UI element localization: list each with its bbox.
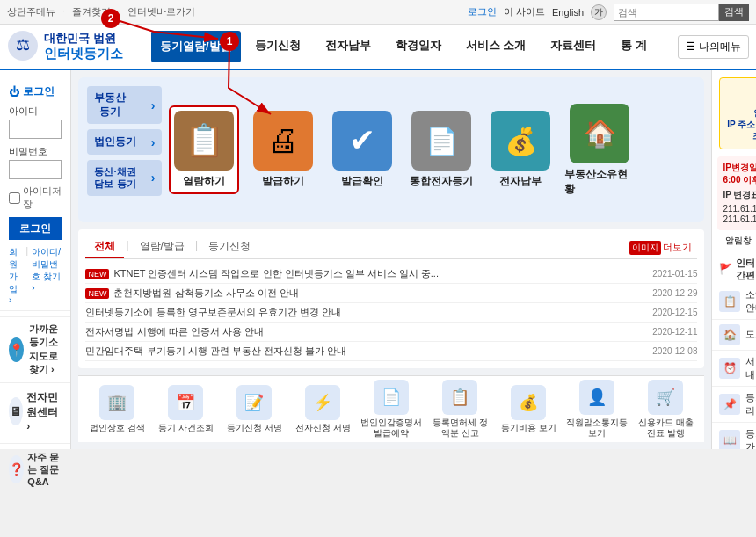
staff-notice-label: 직원말소통지등 보기 bbox=[565, 417, 629, 439]
seal-certificate-icon: 📄 bbox=[374, 380, 409, 415]
nav-item-통계[interactable]: 통 계 bbox=[608, 24, 659, 69]
bottom-seal-certificate[interactable]: 📄 법인인감증명서 발급예약 bbox=[360, 380, 423, 439]
nav-item-학경일자[interactable]: 학경일자 bbox=[383, 24, 454, 69]
center-main: 부동산등기 › 법인등기 › 동산·채권담보 등기 › � bbox=[71, 70, 711, 449]
news-date-2: 2020-12-15 bbox=[652, 308, 697, 317]
remember-checkbox[interactable] bbox=[9, 192, 20, 204]
feature-verify[interactable]: ✔ 발급확인 bbox=[327, 111, 397, 189]
logo-subtitle: 인터넷등기소 bbox=[44, 46, 123, 62]
search-button[interactable]: 검색 bbox=[719, 4, 749, 21]
faq-title[interactable]: ❓ 자주 묻는 질문Q&A bbox=[9, 451, 62, 489]
warning-icon: ⚠ bbox=[725, 83, 756, 105]
font-size-btn[interactable]: 가 bbox=[591, 4, 607, 20]
feature-view[interactable]: 📋 열람하기 bbox=[169, 105, 239, 194]
feature-ownership[interactable]: 🏠 부동산소유현황 bbox=[564, 104, 635, 197]
bottom-reg-cost[interactable]: 💰 등기비용 보기 bbox=[497, 385, 560, 433]
bottom-electronic-sign[interactable]: ⚡ 전자신청 서명 bbox=[291, 385, 354, 433]
login-button[interactable]: 로그인 bbox=[9, 217, 62, 240]
view-label: 열람하기 bbox=[183, 174, 225, 189]
bottom-staff-notice[interactable]: 👤 직원말소통지등 보기 bbox=[565, 380, 629, 439]
nearby-office-section[interactable]: 📍 가까운 등기소지도로 찾기 › bbox=[0, 316, 70, 382]
tab-divider-2: | bbox=[193, 236, 200, 258]
feature-integrated[interactable]: 📄 통합전자등기 bbox=[406, 111, 476, 189]
ownership-label: 부동산소유현황 bbox=[564, 167, 635, 197]
virtual-center-icon: 🖥 bbox=[9, 397, 23, 425]
category-corp[interactable]: 법인등기 › bbox=[87, 129, 162, 155]
feature-print[interactable]: 🖨 발급하기 bbox=[248, 111, 318, 189]
payment-icon: 💰 bbox=[505, 126, 537, 156]
news-item-1[interactable]: NEW 춘천지방법원 삼척등기소 사무소 이전 안내 2020-12-29 bbox=[85, 284, 697, 303]
shortcut-item-2[interactable]: ⏰ 서비스 이용시간 안내 › bbox=[712, 351, 756, 387]
tab-apply[interactable]: 등기신청 bbox=[200, 236, 259, 258]
verify-icon: ✔ bbox=[349, 122, 375, 159]
join-link[interactable]: 회원가입 › bbox=[9, 246, 23, 305]
shortcut-text-4: 등기정보광장 바로가기 bbox=[745, 427, 756, 449]
news-more-btn[interactable]: 이미지 더보기 bbox=[624, 236, 697, 258]
shortcut-item-3[interactable]: 📌 등기 출입증 신청관리 › bbox=[712, 387, 756, 423]
shortcut-item-1[interactable]: 🏠 도로명주소 안내 › bbox=[712, 320, 756, 351]
verify-icon-box: ✔ bbox=[332, 111, 392, 171]
virtual-center-title[interactable]: 🖥 전자민원센터 › bbox=[9, 390, 62, 432]
shortcut-item-4[interactable]: 📖 등기정보광장 바로가기 › bbox=[712, 423, 756, 449]
shortcut-text-0: 소액임차인의 범위 안내 bbox=[745, 288, 756, 315]
registration-sign-label: 등기신청 서명 bbox=[227, 423, 282, 433]
favorites-link[interactable]: 즐겨찾기 bbox=[72, 5, 111, 18]
news-item-2[interactable]: 인터넷등기소에 등록한 영구보존문서의 유효기간 변경 안내 2020-12-1… bbox=[85, 303, 697, 323]
electronic-sign-icon: ⚡ bbox=[305, 385, 340, 420]
verify-label: 발급확인 bbox=[341, 174, 383, 189]
bottom-credit-card[interactable]: 🛒 신용카드 매출전표 발행 bbox=[634, 380, 697, 439]
shortcut-icon: 🚩 bbox=[719, 263, 732, 275]
news-date-1: 2020-12-29 bbox=[652, 288, 697, 298]
ip-from-1: 211.61.13.80 bbox=[723, 214, 756, 224]
nav-menu: 등기열람/발급 등기신청 전자납부 학경일자 서비스 소개 자료센터 통 계 bbox=[149, 24, 671, 69]
tab-view[interactable]: 열람/발급 bbox=[131, 236, 193, 258]
view-icon: 📋 bbox=[185, 122, 224, 159]
svg-text:⚖: ⚖ bbox=[16, 36, 30, 54]
payment-label: 전자납부 bbox=[499, 174, 542, 189]
category-bond[interactable]: 동산·채권담보 등기 › bbox=[87, 160, 162, 196]
news-item-0[interactable]: NEW KTNET 인증센터 시스템 작업으로 인한 인터넷등기소 일부 서비스… bbox=[85, 265, 697, 284]
nav-item-자료센터[interactable]: 자료센터 bbox=[538, 24, 608, 69]
hamburger-menu[interactable]: ☰ 나의메뉴 bbox=[678, 35, 749, 59]
power-icon: ⏻ bbox=[9, 86, 19, 98]
credit-card-label: 신용카드 매출전표 발행 bbox=[634, 417, 697, 439]
tab-divider-1: | bbox=[124, 236, 130, 258]
nav-item-서비스소개[interactable]: 서비스 소개 bbox=[454, 24, 539, 69]
tab-all[interactable]: 전체 bbox=[85, 236, 124, 258]
bottom-registration-sign[interactable]: 📝 등기신청 서명 bbox=[222, 385, 286, 433]
id-input[interactable] bbox=[9, 120, 62, 139]
feature-payment[interactable]: 💰 전자납부 bbox=[485, 111, 556, 189]
bottom-case-inquiry[interactable]: 📅 등기 사건조회 bbox=[154, 385, 217, 433]
shortcut-icon-0: 📋 bbox=[719, 291, 740, 312]
news-item-4[interactable]: 민간임대주택 부기등기 시행 관련 부동산 전자신청 불가 안내 2020-12… bbox=[85, 342, 697, 361]
lang-english[interactable]: English bbox=[552, 7, 584, 18]
news-item-3[interactable]: 전자서명법 시행에 따른 인증서 사용 안내 2020-12-11 bbox=[85, 323, 697, 342]
category-corp-label: 법인등기 bbox=[94, 134, 136, 149]
reg-cost-label: 등기비용 보기 bbox=[501, 423, 556, 433]
logo-area: ⚖ 대한민국 법원 인터넷등기소 bbox=[0, 30, 149, 64]
logo-title: 대한민국 법원 bbox=[44, 32, 123, 46]
bottom-license-tax[interactable]: 📋 등록면허세 정액분 신고 bbox=[428, 380, 491, 439]
bottom-corp-search[interactable]: 🏢 법인상호 검색 bbox=[85, 385, 149, 433]
top-bar: 상단주메뉴 · 즐겨찾기 · 인터넷바로가기 로그인 이 사이트 English… bbox=[0, 0, 756, 25]
search-input[interactable] bbox=[614, 4, 719, 21]
find-account-link[interactable]: 아이디/비밀번호 찾기 › bbox=[32, 246, 62, 305]
top-bar-left: 상단주메뉴 · 즐겨찾기 · 인터넷바로가기 bbox=[7, 5, 195, 18]
credit-card-icon: 🛒 bbox=[648, 380, 683, 415]
login-link-top[interactable]: 로그인 bbox=[468, 5, 497, 18]
right-sidebar: ⚠ 인터넷등기소IP 주소 변경 및 접속불가시조치방법 안내 IP변경일시 :… bbox=[711, 70, 756, 449]
alert-title: 인터넷등기소IP 주소 변경 및 접속불가시조치방법 안내 bbox=[725, 107, 756, 142]
top-menu-link[interactable]: 상단주메뉴 bbox=[7, 5, 55, 18]
this-site-link[interactable]: 이 사이트 bbox=[504, 5, 545, 18]
pw-input[interactable] bbox=[9, 160, 62, 179]
shortcut-item-0[interactable]: 📋 소액임차인의 범위 안내 › bbox=[712, 284, 756, 320]
virtual-center-label: 전자민원센터 › bbox=[26, 390, 62, 432]
internet-goto-link[interactable]: 인터넷바로가기 bbox=[127, 5, 195, 18]
shortcut-text-1: 도로명주소 안내 bbox=[745, 328, 756, 341]
staff-notice-icon: 👤 bbox=[579, 380, 614, 415]
nav-item-등기신청[interactable]: 등기신청 bbox=[243, 24, 313, 69]
nav-item-전자납부[interactable]: 전자납부 bbox=[313, 24, 383, 69]
nav-item-열람발급[interactable]: 등기열람/발급 bbox=[151, 31, 241, 62]
view-icon-box: 📋 bbox=[174, 111, 234, 171]
category-realestate[interactable]: 부동산등기 › bbox=[87, 86, 162, 124]
